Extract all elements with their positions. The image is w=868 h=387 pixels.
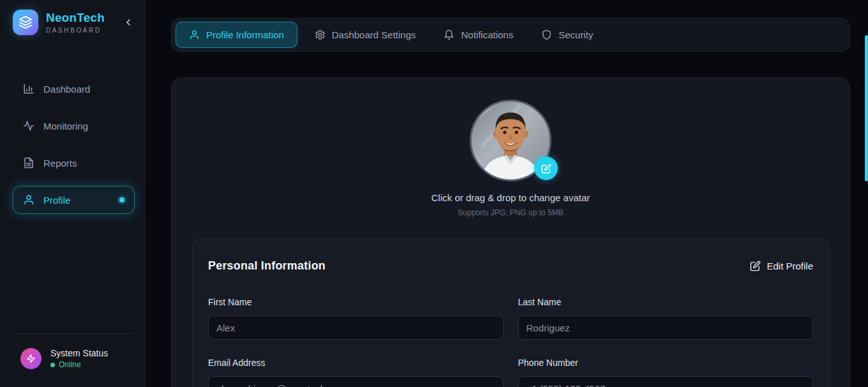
phone-label: Phone Number <box>518 358 814 368</box>
activity-icon <box>23 120 34 132</box>
active-indicator-dot <box>119 197 124 202</box>
last-name-input[interactable] <box>518 315 814 340</box>
sidebar-item-reports[interactable]: Reports <box>13 149 135 177</box>
sidebar-divider <box>13 333 132 334</box>
tab-security[interactable]: Security <box>530 22 604 48</box>
form-field-email: Email Address <box>208 358 504 387</box>
avatar-caption: Click or drag & drop to change avatar <box>431 192 590 203</box>
profile-card: Click or drag & drop to change avatar Su… <box>171 77 850 387</box>
avatar-hint: Supports JPG, PNG up to 5MB <box>458 208 563 217</box>
sidebar: NeonTech DASHBOARD Dashboard <box>0 0 146 387</box>
zap-icon <box>20 348 41 369</box>
avatar-edit-button[interactable] <box>534 156 558 180</box>
sidebar-collapse-button[interactable] <box>121 15 136 30</box>
settings-tabbar: Profile Information Dashboard Settings N… <box>171 18 850 52</box>
user-icon <box>23 194 34 206</box>
first-name-label: First Name <box>208 297 504 307</box>
gear-icon <box>315 29 326 40</box>
bell-icon <box>444 29 454 40</box>
tab-profile-information[interactable]: Profile Information <box>176 22 297 48</box>
email-label: Email Address <box>208 358 504 368</box>
sidebar-item-label: Profile <box>43 195 71 206</box>
main-content: Profile Information Dashboard Settings N… <box>146 0 868 387</box>
phone-input[interactable] <box>518 376 814 387</box>
system-status-title: System Status <box>50 348 108 358</box>
personal-info-form: First Name Last Name Email Address Phone… <box>208 297 813 387</box>
sidebar-item-dashboard[interactable]: Dashboard <box>13 75 135 103</box>
brand-subtitle: DASHBOARD <box>46 27 105 34</box>
form-field-last-name: Last Name <box>518 297 814 340</box>
online-dot <box>50 363 55 367</box>
email-input[interactable] <box>208 376 504 387</box>
edit-profile-button[interactable]: Edit Profile <box>750 261 813 271</box>
scrollbar-thumb[interactable] <box>865 35 868 181</box>
form-field-first-name: First Name <box>208 297 504 340</box>
tab-label: Notifications <box>461 29 513 40</box>
personal-information-title: Personal Information <box>208 259 326 273</box>
tab-label: Profile Information <box>206 29 284 40</box>
sidebar-nav: Dashboard Monitoring Reports <box>0 75 145 214</box>
edit-pencil-icon <box>750 261 761 271</box>
personal-information-card: Personal Information Edit Profile First … <box>192 238 829 387</box>
shield-icon <box>541 29 552 40</box>
brand-header: NeonTech DASHBOARD <box>0 10 145 35</box>
tab-label: Dashboard Settings <box>332 29 416 40</box>
avatar-upload-area[interactable] <box>470 100 551 181</box>
chevron-left-icon <box>123 17 133 27</box>
edit-pencil-icon <box>541 163 551 174</box>
form-field-phone: Phone Number <box>518 358 814 387</box>
edit-profile-label: Edit Profile <box>767 261 813 271</box>
last-name-label: Last Name <box>518 297 814 307</box>
first-name-input[interactable] <box>208 315 504 340</box>
sidebar-item-label: Reports <box>43 158 77 169</box>
sidebar-item-label: Dashboard <box>43 84 90 95</box>
user-icon <box>189 29 200 40</box>
sidebar-item-profile[interactable]: Profile <box>13 186 135 214</box>
brand-name: NeonTech <box>46 11 105 25</box>
sidebar-item-monitoring[interactable]: Monitoring <box>13 112 135 140</box>
layers-icon <box>13 10 38 35</box>
tab-notifications[interactable]: Notifications <box>433 22 524 48</box>
sidebar-item-label: Monitoring <box>43 121 88 132</box>
tab-label: Security <box>558 29 593 40</box>
tab-dashboard-settings[interactable]: Dashboard Settings <box>304 22 427 48</box>
bar-chart-icon <box>23 83 34 95</box>
system-status: System Status Online <box>0 348 145 377</box>
file-text-icon <box>23 157 34 169</box>
online-status-label: Online <box>59 360 81 369</box>
